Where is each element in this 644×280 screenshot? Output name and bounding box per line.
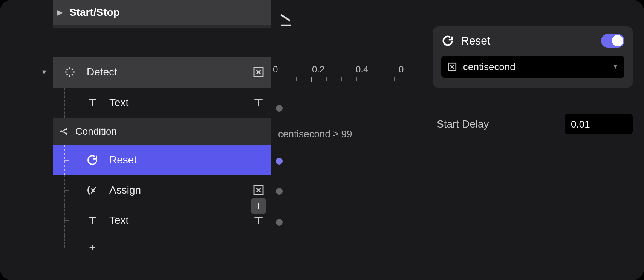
keyframe-dot[interactable] — [276, 105, 283, 112]
start-delay-label: Start Delay — [437, 118, 489, 130]
start-delay-input[interactable] — [565, 114, 633, 134]
timeline-condition-label: centisecond ≥ 99 — [278, 128, 352, 140]
tree-row-detect[interactable]: ▼ Detect — [53, 57, 271, 88]
enabled-toggle[interactable] — [601, 34, 624, 48]
tick-label: 0 — [399, 64, 404, 75]
tree-row-condition[interactable]: Condition — [53, 118, 271, 145]
timeline-pane: 0 0.2 0.4 0 centisecond ≥ 99 — [271, 0, 433, 280]
tree-row-assign[interactable]: Assign + — [53, 175, 271, 205]
x-box-icon — [252, 184, 265, 196]
reset-icon — [441, 34, 454, 47]
dropdown-value: centisecond — [463, 61, 516, 73]
divider — [53, 25, 271, 28]
tree-label: Text — [109, 97, 128, 109]
text-icon — [75, 96, 109, 109]
keyframe-dot[interactable] — [276, 188, 283, 195]
disclosure-down-icon: ▼ — [41, 68, 47, 76]
detect-icon — [53, 66, 87, 78]
inspector-pane: Reset centisecond ▼ Start Delay — [433, 0, 644, 280]
tick-label: 0.4 — [356, 64, 368, 75]
plus-icon: + — [89, 241, 96, 254]
tree-pane: ▶ Start/Stop ▼ Detect Text — [53, 0, 271, 280]
keyframe-dot-selected[interactable] — [276, 158, 283, 165]
start-delay-row: Start Delay — [433, 114, 633, 134]
timeline-ruler[interactable]: 0 0.2 0.4 0 — [271, 64, 433, 81]
target-dropdown[interactable]: centisecond ▼ — [441, 56, 624, 78]
tree-row-add[interactable]: + — [53, 235, 271, 260]
tick-label: 0 — [273, 64, 278, 75]
left-gutter — [0, 0, 53, 280]
reset-icon — [75, 154, 109, 166]
assign-icon — [75, 184, 109, 197]
editor-window: ▶ Start/Stop ▼ Detect Text — [0, 0, 644, 280]
inspector-panel: Reset centisecond ▼ — [433, 26, 633, 88]
tree-label: Assign — [109, 184, 141, 196]
tree-row-text-2[interactable]: Text — [53, 205, 271, 235]
condition-icon — [53, 126, 75, 136]
tree-header-label: Start/Stop — [69, 6, 120, 18]
tree-label: Condition — [75, 126, 117, 137]
text-icon — [75, 214, 109, 227]
add-action-button[interactable]: + — [251, 198, 266, 214]
tree-label: Reset — [109, 154, 137, 166]
svg-point-1 — [60, 130, 62, 132]
x-box-icon — [252, 66, 265, 78]
tree-row-reset[interactable]: Reset — [53, 145, 271, 175]
disclosure-right-icon: ▶ — [57, 8, 63, 17]
jump-down-icon[interactable] — [278, 12, 294, 29]
ruler-ticks — [274, 77, 433, 82]
tick-label: 0.2 — [312, 64, 324, 75]
action-tree: ▼ Detect Text — [53, 57, 271, 260]
x-box-icon — [447, 62, 457, 72]
tree-label: Detect — [87, 66, 117, 78]
text-type-icon — [252, 214, 265, 226]
tree-header-start-stop[interactable]: ▶ Start/Stop — [53, 0, 271, 25]
tree-row-text-1[interactable]: Text — [53, 88, 271, 118]
tree-label: Text — [109, 214, 128, 226]
chevron-down-icon: ▼ — [612, 63, 618, 70]
inspector-title: Reset — [461, 34, 490, 47]
keyframe-dot[interactable] — [276, 219, 283, 226]
text-type-icon — [252, 97, 265, 109]
